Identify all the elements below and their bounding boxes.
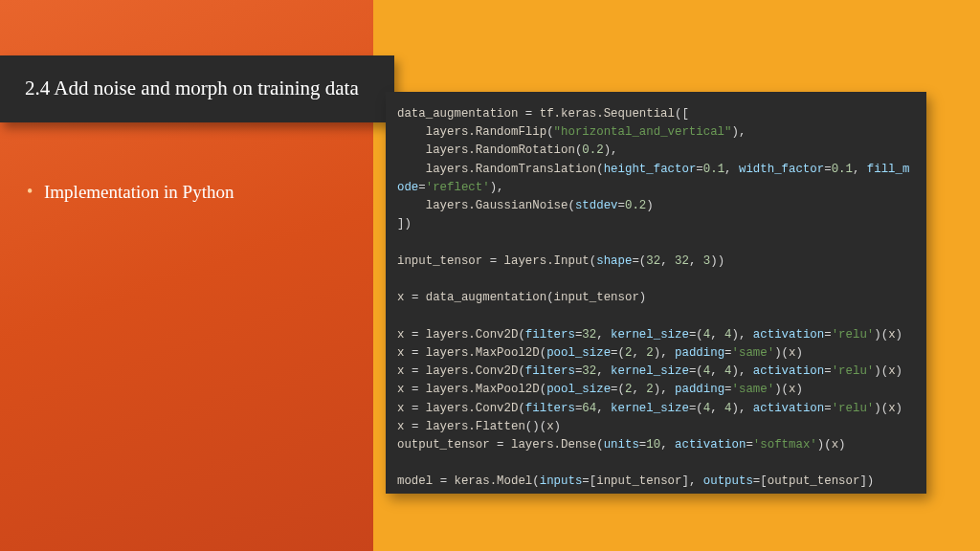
code-content: data_augmentation = tf.keras.Sequential(…: [397, 105, 915, 492]
slide: 2.4 Add noise and morph on training data…: [0, 0, 980, 551]
code-block: data_augmentation = tf.keras.Sequential(…: [386, 92, 926, 494]
slide-title: 2.4 Add noise and morph on training data: [25, 77, 359, 99]
bullet-text: Implementation in Python: [44, 182, 234, 202]
bullet-item: Implementation in Python: [27, 182, 352, 203]
bullet-list: Implementation in Python: [27, 182, 352, 212]
slide-title-box: 2.4 Add noise and morph on training data: [0, 55, 394, 122]
